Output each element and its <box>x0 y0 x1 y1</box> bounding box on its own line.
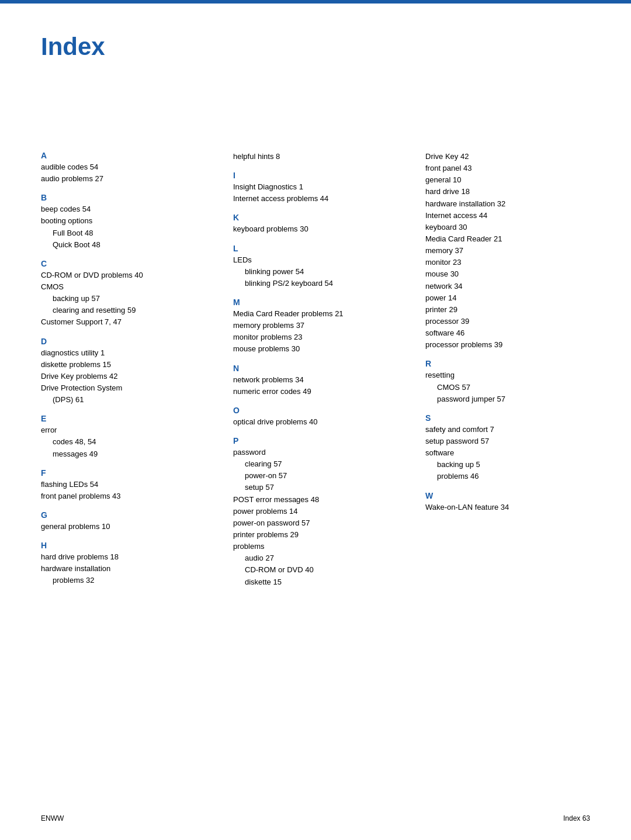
index-entry: Drive Key 42 <box>425 151 590 163</box>
section-letter-B: B <box>41 193 206 202</box>
index-entry: audible codes 54 <box>41 161 206 173</box>
section-letter-W: W <box>425 491 590 500</box>
index-entry: error <box>41 424 206 436</box>
section-letter-A: A <box>41 151 206 160</box>
index-entry: problems <box>233 541 398 552</box>
index-entry: mouse 30 <box>425 268 590 280</box>
section-letter-O: O <box>233 406 398 415</box>
column-1: helpful hints 8IInsight Diagnostics 1Int… <box>233 143 398 588</box>
index-entry: POST error messages 48 <box>233 494 398 506</box>
index-entry: Wake-on-LAN feature 34 <box>425 502 590 513</box>
index-entry: messages 49 <box>41 448 206 460</box>
index-entry: Insight Diagnostics 1 <box>233 181 398 193</box>
section-letter-D: D <box>41 337 206 346</box>
index-entry: keyboard problems 30 <box>233 223 398 235</box>
index-entry: clearing 57 <box>233 458 398 470</box>
index-entry: diskette 15 <box>233 576 398 588</box>
section-letter-C: C <box>41 259 206 268</box>
column-0: Aaudible codes 54audio problems 27Bbeep … <box>41 143 206 588</box>
index-entry: blinking PS/2 keyboard 54 <box>233 278 398 289</box>
index-entry: power-on password 57 <box>233 517 398 529</box>
index-entry: audio 27 <box>233 552 398 564</box>
column-2: Drive Key 42front panel 43general 10hard… <box>425 143 590 588</box>
section-letter-H: H <box>41 541 206 550</box>
section-letter-G: G <box>41 510 206 520</box>
index-entry: (DPS) 61 <box>41 394 206 406</box>
index-entry: monitor problems 23 <box>233 331 398 343</box>
index-entry: safety and comfort 7 <box>425 424 590 435</box>
index-entry: resetting <box>425 369 590 381</box>
index-entry: Customer Support 7, 47 <box>41 316 206 328</box>
index-entry: Drive Key problems 42 <box>41 371 206 382</box>
index-entry: power 14 <box>425 292 590 304</box>
index-columns: Aaudible codes 54audio problems 27Bbeep … <box>41 143 590 588</box>
index-entry: diagnostics utility 1 <box>41 347 206 359</box>
index-entry: power problems 14 <box>233 506 398 517</box>
index-entry: network 34 <box>425 281 590 292</box>
section-letter-F: F <box>41 468 206 478</box>
index-entry: software <box>425 447 590 459</box>
index-entry: codes 48, 54 <box>41 436 206 448</box>
index-entry: hardware installation 32 <box>425 198 590 210</box>
index-entry: numeric error codes 49 <box>233 386 398 397</box>
index-entry: blinking power 54 <box>233 266 398 278</box>
index-entry: setup 57 <box>233 482 398 493</box>
index-entry: LEDs <box>233 254 398 266</box>
index-entry: front panel problems 43 <box>41 490 206 502</box>
footer-right: Index 63 <box>563 814 590 822</box>
index-entry: processor 39 <box>425 316 590 327</box>
index-entry: password jumper 57 <box>425 393 590 405</box>
index-entry: backing up 5 <box>425 459 590 471</box>
index-entry: processor problems 39 <box>425 339 590 351</box>
index-entry: software 46 <box>425 327 590 339</box>
index-entry: optical drive problems 40 <box>233 416 398 428</box>
index-entry: printer 29 <box>425 304 590 316</box>
section-letter-M: M <box>233 298 398 307</box>
index-entry: memory 37 <box>425 245 590 257</box>
index-entry: keyboard 30 <box>425 222 590 233</box>
index-entry: password <box>233 447 398 458</box>
index-entry: helpful hints 8 <box>233 151 398 163</box>
index-entry: hardware installation <box>41 563 206 575</box>
page-title: Index <box>41 33 590 61</box>
index-entry: diskette problems 15 <box>41 359 206 371</box>
section-letter-K: K <box>233 213 398 222</box>
page-container: Index Aaudible codes 54audio problems 27… <box>0 4 631 623</box>
index-entry: front panel 43 <box>425 163 590 174</box>
index-entry: general problems 10 <box>41 521 206 533</box>
index-entry: Media Card Reader problems 21 <box>233 308 398 320</box>
index-entry: mouse problems 30 <box>233 343 398 355</box>
index-entry: CD-ROM or DVD problems 40 <box>41 269 206 281</box>
index-entry: Full Boot 48 <box>41 227 206 239</box>
index-entry: beep codes 54 <box>41 203 206 215</box>
page-footer: ENWW Index 63 <box>41 814 590 822</box>
index-entry: CMOS <box>41 281 206 293</box>
section-letter-N: N <box>233 364 398 373</box>
index-entry: monitor 23 <box>425 257 590 268</box>
index-entry: setup password 57 <box>425 435 590 447</box>
index-entry: booting options <box>41 215 206 227</box>
footer-left: ENWW <box>41 814 64 822</box>
index-entry: printer problems 29 <box>233 529 398 541</box>
index-entry: problems 46 <box>425 471 590 482</box>
index-entry: problems 32 <box>41 575 206 586</box>
section-letter-E: E <box>41 414 206 423</box>
index-entry: audio problems 27 <box>41 173 206 185</box>
index-entry: memory problems 37 <box>233 320 398 331</box>
index-entry: general 10 <box>425 174 590 186</box>
section-letter-I: I <box>233 171 398 180</box>
index-entry: CD-ROM or DVD 40 <box>233 564 398 576</box>
index-entry: power-on 57 <box>233 470 398 482</box>
index-entry: Drive Protection System <box>41 382 206 394</box>
index-entry: Internet access 44 <box>425 210 590 222</box>
index-entry: flashing LEDs 54 <box>41 479 206 490</box>
section-letter-R: R <box>425 359 590 368</box>
section-letter-L: L <box>233 244 398 253</box>
index-entry: clearing and resetting 59 <box>41 305 206 316</box>
index-entry: CMOS 57 <box>425 382 590 393</box>
index-entry: Media Card Reader 21 <box>425 233 590 245</box>
index-entry: backing up 57 <box>41 293 206 305</box>
index-entry: Quick Boot 48 <box>41 239 206 251</box>
section-letter-S: S <box>425 413 590 423</box>
index-entry: network problems 34 <box>233 374 398 386</box>
